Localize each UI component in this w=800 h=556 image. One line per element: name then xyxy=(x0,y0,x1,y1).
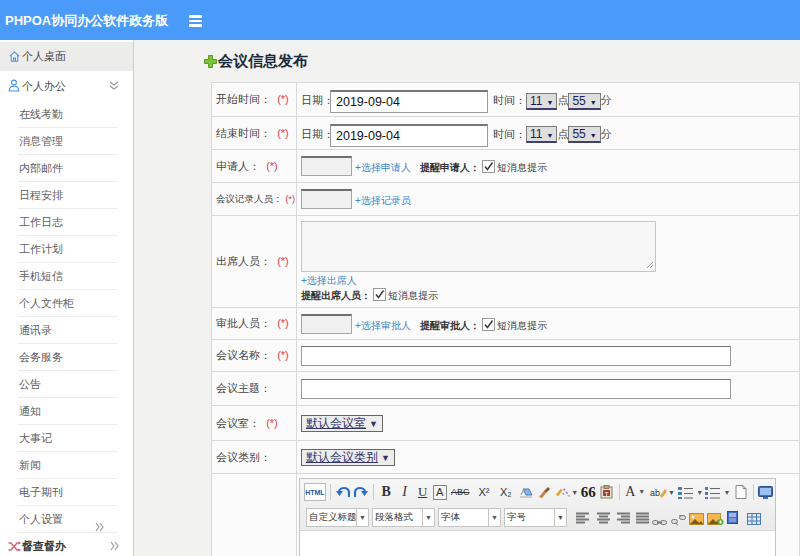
svg-text:T: T xyxy=(605,491,609,497)
svg-text:ab: ab xyxy=(650,488,660,498)
